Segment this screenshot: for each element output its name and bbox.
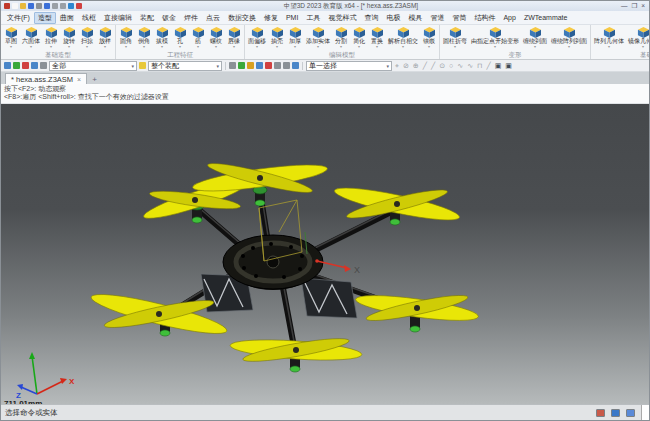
close-button[interactable]: × xyxy=(641,3,645,10)
snap-filter-icon-1[interactable]: ⊘ xyxy=(402,62,410,69)
print-icon[interactable] xyxy=(36,3,42,9)
menu-item-结构件[interactable]: 结构件 xyxy=(470,12,499,24)
ribbon-button-镶嵌[interactable]: 镶嵌▾ xyxy=(420,26,438,51)
image-small-icon[interactable] xyxy=(256,62,263,69)
dropdown-arrow-icon[interactable]: ▾ xyxy=(215,45,217,49)
pick-mode-dropdown[interactable]: 单一选择▾ xyxy=(306,61,392,71)
redo-icon[interactable] xyxy=(60,3,66,9)
menu-item-工具[interactable]: 工具 xyxy=(302,12,324,24)
open-file-icon[interactable] xyxy=(20,3,26,9)
menu-item-管道[interactable]: 管道 xyxy=(426,12,448,24)
anchor-icon[interactable] xyxy=(238,62,245,69)
app-logo-icon[interactable] xyxy=(4,3,10,9)
menu-item-查询[interactable]: 查询 xyxy=(360,12,382,24)
dropdown-arrow-icon[interactable]: ▾ xyxy=(143,45,145,49)
ribbon-button-草图[interactable]: 草图▾ xyxy=(2,26,20,51)
ribbon-button-面偏移[interactable]: 面偏移▾ xyxy=(246,26,268,51)
dropdown-arrow-icon[interactable]: ▾ xyxy=(642,45,644,49)
status-right-panel[interactable] xyxy=(641,405,649,420)
dropdown-arrow-icon[interactable]: ▾ xyxy=(197,45,199,49)
dropdown-arrow-icon[interactable]: ▾ xyxy=(402,45,404,49)
dropdown-arrow-icon[interactable]: ▾ xyxy=(68,45,70,49)
ribbon-button-添加实体[interactable]: 添加实体▾ xyxy=(304,26,332,51)
snap-filter-icon-6[interactable]: ○ xyxy=(448,62,454,69)
dropdown-arrow-icon[interactable]: ▾ xyxy=(86,45,88,49)
dropdown-arrow-icon[interactable]: ▾ xyxy=(358,45,360,49)
doc-info-icon[interactable] xyxy=(626,409,635,417)
ribbon-button-解析自相交[interactable]: 解析自相交▾ xyxy=(386,26,420,51)
window-layout-icon[interactable] xyxy=(596,409,605,417)
doc-small-icon[interactable] xyxy=(265,62,272,69)
dropdown-arrow-icon[interactable]: ▾ xyxy=(494,45,496,49)
dropdown-arrow-icon[interactable]: ▾ xyxy=(317,45,319,49)
folder-small-icon[interactable] xyxy=(247,62,254,69)
dropdown-arrow-icon[interactable]: ▾ xyxy=(608,45,610,49)
menu-item-钣金[interactable]: 钣金 xyxy=(158,12,180,24)
graphics-viewport[interactable]: X xyxy=(1,104,649,404)
dropdown-arrow-icon[interactable]: ▾ xyxy=(376,45,378,49)
ribbon-button-由指定点开始变形[interactable]: 由指定点开始变形▾ xyxy=(469,26,521,51)
menu-item-点云[interactable]: 点云 xyxy=(202,12,224,24)
assembly-filter-icon[interactable] xyxy=(139,62,146,69)
menu-item-直接编辑[interactable]: 直接编辑 xyxy=(100,12,136,24)
ribbon-button-螺纹[interactable]: 螺纹▾ xyxy=(207,26,225,51)
menu-item-焊件[interactable]: 焊件 xyxy=(180,12,202,24)
menu-item-电极[interactable]: 电极 xyxy=(382,12,404,24)
pick-filter-icon-1[interactable]: ▣ xyxy=(504,62,513,69)
history-icon[interactable] xyxy=(274,62,281,69)
ribbon-button-阵列几何体[interactable]: 阵列几何体▾ xyxy=(592,26,626,51)
filter-dropdown[interactable]: 全部▾ xyxy=(49,61,137,71)
ribbon-button-孔[interactable]: 孔▾ xyxy=(171,26,189,51)
menu-item-曲面[interactable]: 曲面 xyxy=(56,12,78,24)
menu-item-数据交换[interactable]: 数据交换 xyxy=(224,12,260,24)
snap-filter-icon-2[interactable]: ⊕ xyxy=(412,62,420,69)
snap-filter-icon-7[interactable]: ∿ xyxy=(456,62,464,69)
ribbon-button-扫掠[interactable]: 扫掠▾ xyxy=(78,26,96,51)
menu-item-管筒[interactable]: 管筒 xyxy=(448,12,470,24)
menu-item-装配[interactable]: 装配 xyxy=(136,12,158,24)
picture-icon[interactable] xyxy=(31,62,38,69)
flag-icon[interactable] xyxy=(283,62,290,69)
hexacopter-model[interactable]: X xyxy=(1,104,649,404)
dropdown-arrow-icon[interactable]: ▾ xyxy=(233,45,235,49)
dropdown-arrow-icon[interactable]: ▾ xyxy=(125,45,127,49)
display-mode-icon[interactable] xyxy=(611,409,620,417)
ribbon-button-六面体[interactable]: 六面体▾ xyxy=(20,26,42,51)
dropdown-arrow-icon[interactable]: ▾ xyxy=(294,45,296,49)
dropdown-arrow-icon[interactable]: ▾ xyxy=(340,45,342,49)
ribbon-button-唇缘[interactable]: 唇缘▾ xyxy=(225,26,243,51)
menu-item-线框[interactable]: 线框 xyxy=(78,12,100,24)
clipboard-icon[interactable] xyxy=(4,62,11,69)
ribbon-button-旋转[interactable]: 旋转▾ xyxy=(60,26,78,51)
snap-filter-icon-9[interactable]: ⊓ xyxy=(476,62,483,69)
ribbon-button-缠绕到面[interactable]: 缠绕到面▾ xyxy=(521,26,549,51)
new-tab-button[interactable]: + xyxy=(89,75,100,84)
ribbon-button-分割[interactable]: 分割▾ xyxy=(332,26,350,51)
minimize-button[interactable]: — xyxy=(621,3,628,10)
ribbon-button-抽壳[interactable]: 抽壳▾ xyxy=(268,26,286,51)
ribbon-button-圆角[interactable]: 圆角▾ xyxy=(117,26,135,51)
play-icon[interactable] xyxy=(76,3,82,9)
scope-dropdown[interactable]: 整个装配▾ xyxy=(148,61,222,71)
undo-icon[interactable] xyxy=(52,3,58,9)
maximize-button[interactable]: ❐ xyxy=(631,3,637,10)
dropdown-arrow-icon[interactable]: ▾ xyxy=(454,45,456,49)
menu-item-文件(F)[interactable]: 文件(F) xyxy=(3,12,34,24)
ribbon-button-镜像几何体[interactable]: 镜像几何体▾ xyxy=(626,26,649,51)
dropdown-arrow-icon[interactable]: ▾ xyxy=(534,45,536,49)
reload-icon[interactable] xyxy=(40,62,47,69)
menu-item-视觉样式[interactable]: 视觉样式 xyxy=(324,12,360,24)
snap-filter-icon-4[interactable]: ╱ xyxy=(430,62,436,69)
close-tab-icon[interactable]: × xyxy=(77,76,81,83)
snap-filter-icon-5[interactable]: ⊙ xyxy=(438,62,446,69)
ribbon-button-放样[interactable]: 放样▾ xyxy=(96,26,114,51)
list-icon[interactable] xyxy=(229,62,236,69)
dropdown-arrow-icon[interactable]: ▾ xyxy=(10,45,12,49)
save-icon[interactable] xyxy=(28,3,34,9)
add-entity-icon[interactable] xyxy=(13,62,20,69)
menu-item-模具[interactable]: 模具 xyxy=(404,12,426,24)
pick-filter-icon-0[interactable]: ▣ xyxy=(494,62,503,69)
menu-item-修复[interactable]: 修复 xyxy=(260,12,282,24)
menu-item-ZWTeammate[interactable]: ZWTeammate xyxy=(520,13,572,22)
ribbon-button-圆柱折弯[interactable]: 圆柱折弯▾ xyxy=(441,26,469,51)
